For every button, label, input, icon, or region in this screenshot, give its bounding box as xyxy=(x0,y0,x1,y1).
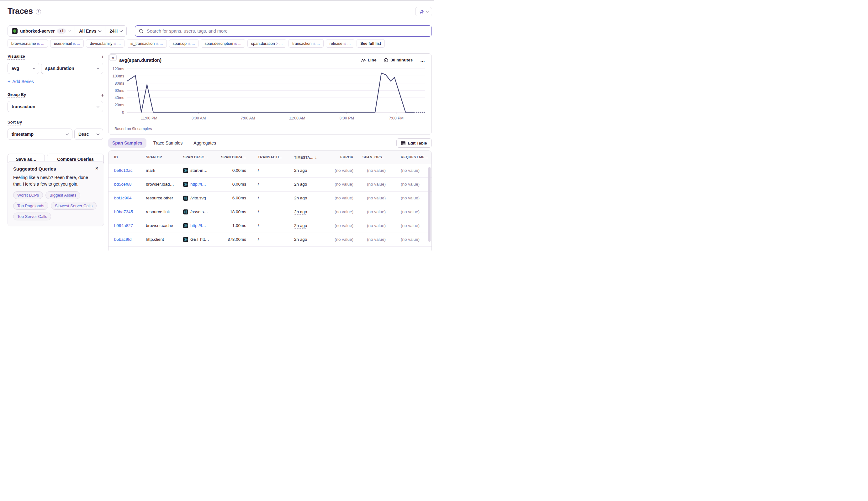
span-description[interactable]: http://l… xyxy=(190,223,206,228)
column-header-6[interactable]: ERROR xyxy=(328,151,359,164)
chevron-down-icon xyxy=(425,9,429,12)
filter-chip-browser.name[interactable]: browser.name is ... xyxy=(8,39,48,47)
aggregate-value: avg xyxy=(12,66,19,71)
timestamp-value: 2h ago xyxy=(294,237,307,242)
span-id-link[interactable]: bd5cef68 xyxy=(114,182,132,186)
tab-span-samples[interactable]: Span Samples xyxy=(108,138,146,148)
column-header-4[interactable]: TRANSACTI… xyxy=(252,151,288,164)
span-id-link[interactable]: b994a827 xyxy=(114,223,133,228)
sort-direction-select[interactable]: Desc xyxy=(74,129,103,140)
span-id-link[interactable]: b9ba7345 xyxy=(114,210,133,214)
suggested-queries-body: Feeling like a newb? Been there, done th… xyxy=(13,174,95,188)
column-header-3[interactable]: SPAN.DURA… xyxy=(215,151,252,164)
suggested-queries-panel: Suggested Queries × Feeling like a newb?… xyxy=(8,161,104,226)
traces-page: Traces ? unborked-server +1 All Envs 24H xyxy=(0,0,434,250)
filter-chip-span.duration[interactable]: span.duration > ... xyxy=(247,39,286,47)
table-icon xyxy=(401,141,405,145)
chart-type-control[interactable]: Line xyxy=(361,58,377,62)
chart-title: avg(span.duration) xyxy=(119,57,161,63)
span-description[interactable]: http://l… xyxy=(190,182,206,186)
group-by-select[interactable]: transaction xyxy=(8,101,103,112)
span-id-link[interactable]: bbf1c904 xyxy=(114,196,132,200)
filter-chip-span.description[interactable]: span.description is ... xyxy=(201,39,245,47)
react-platform-icon xyxy=(183,223,188,228)
feedback-button[interactable] xyxy=(415,7,432,16)
span-id-link[interactable]: be9c10ac xyxy=(114,168,133,173)
help-icon[interactable]: ? xyxy=(36,9,41,14)
filter-chips: browser.name is ...user.email is ...devi… xyxy=(8,39,385,47)
react-platform-icon xyxy=(183,237,188,242)
environment-selector[interactable]: All Envs xyxy=(75,26,105,36)
suggested-chip-biggest-assets[interactable]: Biggest Assets xyxy=(45,191,80,199)
chevron-down-icon xyxy=(68,29,71,32)
add-visualize-button[interactable]: + xyxy=(101,54,104,60)
duration-line-chart: 020ms40ms60ms80ms100ms120ms11:00 PM3:00 … xyxy=(108,65,432,121)
timestamp-value: 2h ago xyxy=(294,168,307,173)
table-scrollbar[interactable] xyxy=(428,167,431,242)
date-range-value: 24H xyxy=(109,29,118,33)
span-description: GET htt… xyxy=(190,237,209,242)
table-row: b41bfb26resource.ifra… https://…276.00ms… xyxy=(108,246,432,250)
table-row: bd5cef68browser.load… http://l…0.00ms/2h… xyxy=(108,178,432,191)
span-id-link[interactable]: b5bac9fd xyxy=(114,237,132,242)
edit-table-button[interactable]: Edit Table xyxy=(396,138,432,148)
table-row: b5bac9fdhttp.client GET htt…378.00ms/2h … xyxy=(108,233,432,246)
svg-text:7:00 PM: 7:00 PM xyxy=(389,116,404,120)
tab-trace-samples[interactable]: Trace Samples xyxy=(149,138,187,148)
sort-desc-icon: ↓ xyxy=(314,155,317,160)
column-header-8[interactable]: REQUEST.ME… xyxy=(391,151,432,164)
date-range-selector[interactable]: 24H xyxy=(105,26,126,36)
table-row: b994a827browser.cache http://l…1.00ms/2h… xyxy=(108,219,432,233)
column-header-2[interactable]: SPAN.DESC… xyxy=(178,151,215,164)
edit-table-label: Edit Table xyxy=(407,141,427,146)
sort-field-value: timestamp xyxy=(12,132,33,137)
suggested-queries-title: Suggested Queries xyxy=(13,166,56,171)
search-input[interactable] xyxy=(147,29,428,33)
filter-chip-span.op[interactable]: span.op is ... xyxy=(169,39,199,47)
chevron-down-icon xyxy=(97,104,100,108)
chart-menu-button[interactable]: … xyxy=(420,57,425,63)
table-header-row: IDSPAN.OPSPAN.DESC…SPAN.DURA…TRANSACTI…T… xyxy=(108,151,432,164)
sort-by-label: Sort By xyxy=(8,120,22,125)
search-bar[interactable] xyxy=(135,25,432,37)
see-full-list-button[interactable]: See full list xyxy=(357,39,385,47)
chart-type-label: Line xyxy=(368,58,377,62)
result-tabs: Span SamplesTrace SamplesAggregates xyxy=(108,138,220,148)
suggested-query-chips: Worst LCPsBiggest AssetsTop PageloadsSlo… xyxy=(13,191,98,221)
tab-aggregates[interactable]: Aggregates xyxy=(189,138,220,148)
suggested-chip-top-server-calls[interactable]: Top Server Calls xyxy=(13,213,51,221)
add-series-button[interactable]: + Add Series xyxy=(8,79,34,84)
suggested-chip-worst-lcps[interactable]: Worst LCPs xyxy=(13,191,43,199)
aggregate-select[interactable]: avg xyxy=(8,63,39,74)
project-selector[interactable]: unborked-server +1 xyxy=(8,26,75,36)
span-description: /assets… xyxy=(190,210,208,214)
filter-chip-device.family[interactable]: device.family is ... xyxy=(86,39,125,47)
suggested-chip-top-pageloads[interactable]: Top Pageloads xyxy=(13,202,48,210)
timestamp-value: 2h ago xyxy=(294,196,307,201)
suggested-chip-slowest-server-calls[interactable]: Slowest Server Calls xyxy=(51,202,97,210)
react-platform-icon xyxy=(183,196,188,201)
page-filter-bar: unborked-server +1 All Envs 24H xyxy=(8,25,127,37)
filter-chip-user.email[interactable]: user.email is ... xyxy=(50,39,84,47)
close-icon[interactable]: × xyxy=(95,166,98,171)
sort-field-select[interactable]: timestamp xyxy=(8,129,72,140)
column-header-7[interactable]: SPAN_OPS… xyxy=(359,151,391,164)
column-header-0[interactable]: ID xyxy=(108,151,140,164)
metric-select[interactable]: span.duration xyxy=(41,63,103,74)
collapse-sidebar-button[interactable]: « xyxy=(109,54,117,61)
table-row: bbf1c904resource.other /vite.svg6.00ms/2… xyxy=(108,191,432,205)
filter-chip-transaction[interactable]: transaction is ... xyxy=(288,39,324,47)
svg-text:60ms: 60ms xyxy=(115,88,124,93)
column-header-5[interactable]: TIMESTA… ↓ xyxy=(288,151,328,164)
clock-icon xyxy=(384,58,388,62)
plus-icon: + xyxy=(8,79,10,84)
svg-text:100ms: 100ms xyxy=(112,74,124,78)
svg-text:40ms: 40ms xyxy=(115,96,124,100)
span-samples-table: IDSPAN.OPSPAN.DESC…SPAN.DURA…TRANSACTI…T… xyxy=(108,150,432,250)
interval-control[interactable]: 30 minutes xyxy=(384,58,413,62)
add-group-by-button[interactable]: + xyxy=(101,93,104,98)
filter-chip-is_transaction[interactable]: is_transaction is ... xyxy=(127,39,167,47)
filter-chip-release[interactable]: release is ... xyxy=(326,39,354,47)
column-header-1[interactable]: SPAN.OP xyxy=(140,151,178,164)
query-sidebar: Visualize + avg span.duration + Add Seri… xyxy=(8,53,104,165)
